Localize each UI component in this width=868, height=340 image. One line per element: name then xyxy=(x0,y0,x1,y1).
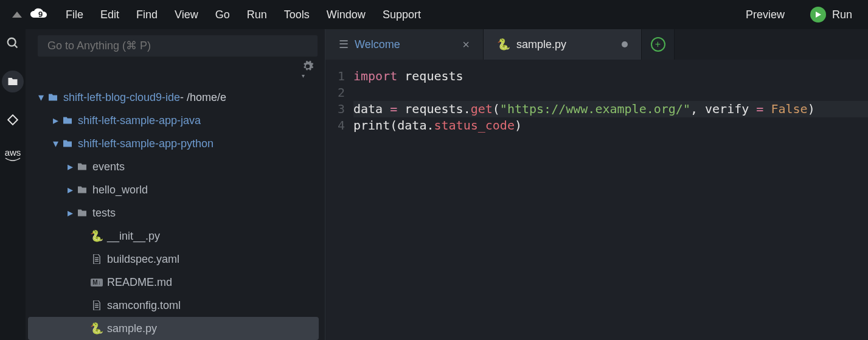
cloud9-logo: 9 xyxy=(29,8,49,21)
svg-marker-0 xyxy=(12,12,22,18)
svg-line-3 xyxy=(15,45,18,48)
editor-tabs: ☰ Welcome × 🐍 sample.py + xyxy=(325,29,868,60)
tree-sample[interactable]: 🐍 sample.py xyxy=(28,317,319,340)
menu-find[interactable]: Find xyxy=(128,9,166,21)
svg-text:9: 9 xyxy=(38,10,43,19)
code-line[interactable]: import requests xyxy=(353,68,868,85)
tree-path: - /home/e xyxy=(180,91,226,104)
file-tree-icon[interactable] xyxy=(2,71,24,92)
code-line[interactable]: data = requests.get("https://www.example… xyxy=(353,101,868,117)
hamburger-icon[interactable]: ☰ xyxy=(339,38,349,51)
tree-events[interactable]: ▸ events xyxy=(28,155,325,178)
menu-tools[interactable]: Tools xyxy=(276,9,318,21)
chevron-right-icon[interactable]: ▸ xyxy=(64,206,75,220)
tree-java[interactable]: ▸ shift-left-sample-app-java xyxy=(28,109,325,132)
chevron-down-icon[interactable]: ▾ xyxy=(50,137,61,150)
tree-python[interactable]: ▾ shift-left-sample-app-python xyxy=(28,132,325,155)
tab-sample[interactable]: 🐍 sample.py xyxy=(484,29,642,60)
tab-label: sample.py xyxy=(516,38,566,51)
line-number: 2 xyxy=(325,85,345,101)
menu-file[interactable]: File xyxy=(57,9,92,21)
tree-hello[interactable]: ▸ hello_world xyxy=(28,178,325,201)
line-number: 1 xyxy=(325,68,345,85)
tree-tests[interactable]: ▸ tests xyxy=(28,201,325,224)
code-editor[interactable]: 1 2 3 4 import requests data = requests.… xyxy=(325,60,868,340)
tree-init[interactable]: 🐍 __init__.py xyxy=(28,224,325,248)
line-gutter: 1 2 3 4 xyxy=(325,68,353,340)
line-number: 4 xyxy=(325,117,345,134)
tab-welcome[interactable]: ☰ Welcome × xyxy=(325,29,484,60)
line-number: 3 xyxy=(325,101,345,117)
menu-support[interactable]: Support xyxy=(374,9,429,21)
document-icon xyxy=(90,254,103,264)
folder-icon xyxy=(61,139,74,148)
tree-root[interactable]: ▾ shift-left-blog-cloud9-ide - /home/e xyxy=(28,86,325,109)
python-file-icon: 🐍 xyxy=(90,322,103,335)
python-file-icon: 🐍 xyxy=(90,229,103,243)
tree-buildspec[interactable]: buildspec.yaml xyxy=(28,248,325,271)
gear-icon[interactable]: ▾ xyxy=(302,60,314,83)
python-file-icon: 🐍 xyxy=(497,38,510,51)
tree-label: README.md xyxy=(107,276,172,289)
search-icon[interactable] xyxy=(6,36,19,50)
preview-button[interactable]: Preview xyxy=(737,9,793,21)
collapse-icon[interactable] xyxy=(7,12,27,18)
menu-window[interactable]: Window xyxy=(318,9,374,21)
goto-anything-input[interactable] xyxy=(38,35,318,57)
folder-icon xyxy=(61,116,74,125)
chevron-down-icon[interactable]: ▾ xyxy=(35,91,46,104)
chevron-right-icon[interactable]: ▸ xyxy=(50,114,61,127)
plus-icon: + xyxy=(651,37,665,52)
dirty-indicator-icon xyxy=(622,41,628,47)
tree-label: shift-left-blog-cloud9-ide xyxy=(63,91,180,104)
new-tab-button[interactable]: + xyxy=(642,29,675,60)
tree-label: __init__.py xyxy=(107,230,160,243)
folder-icon xyxy=(75,209,89,217)
goto-input-field[interactable] xyxy=(47,40,308,52)
document-icon xyxy=(90,300,103,310)
code-line[interactable] xyxy=(353,85,868,101)
tab-label: Welcome xyxy=(355,38,400,51)
folder-icon xyxy=(75,186,89,194)
tree-label: sample.py xyxy=(107,322,157,335)
code-line[interactable]: print(data.status_code) xyxy=(353,117,868,134)
tree-readme[interactable]: M↓ README.md xyxy=(28,271,325,294)
tree-label: events xyxy=(92,161,125,173)
tree-samconfig[interactable]: samconfig.toml xyxy=(28,294,325,317)
menu-edit[interactable]: Edit xyxy=(92,9,128,21)
tree-label: shift-left-sample-app-python xyxy=(78,137,214,150)
tree-label: buildspec.yaml xyxy=(107,253,179,266)
aws-icon[interactable]: aws xyxy=(5,147,21,162)
chevron-right-icon[interactable]: ▸ xyxy=(64,183,75,196)
chevron-right-icon[interactable]: ▸ xyxy=(64,160,75,173)
menu-run[interactable]: Run xyxy=(238,9,276,21)
menu-view[interactable]: View xyxy=(166,9,207,21)
svg-point-2 xyxy=(8,38,16,46)
tree-label: tests xyxy=(92,207,116,220)
folder-icon xyxy=(75,162,89,171)
file-tree: ▾ shift-left-blog-cloud9-ide - /home/e ▸… xyxy=(26,83,325,340)
menu-go[interactable]: Go xyxy=(207,9,238,21)
tree-label: samconfig.toml xyxy=(107,299,181,312)
run-play-icon[interactable] xyxy=(810,7,826,23)
tree-label: shift-left-sample-app-java xyxy=(78,114,201,127)
tree-label: hello_world xyxy=(92,184,148,196)
code-lines[interactable]: import requests data = requests.get("htt… xyxy=(353,68,868,340)
source-control-icon[interactable] xyxy=(6,113,19,127)
close-icon[interactable]: × xyxy=(462,38,470,52)
run-button[interactable]: Run xyxy=(832,9,861,21)
markdown-file-icon: M↓ xyxy=(90,279,103,286)
folder-icon xyxy=(46,93,60,102)
